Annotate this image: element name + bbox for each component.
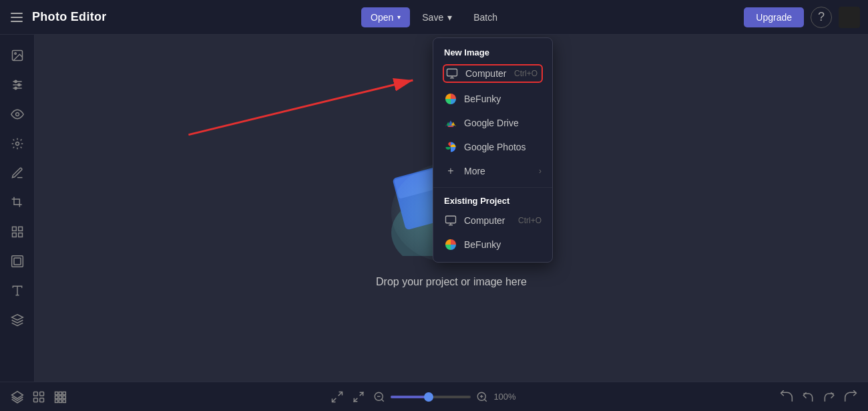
- svg-point-6: [17, 84, 19, 86]
- svg-rect-44: [40, 392, 44, 396]
- zoom-in-icon[interactable]: [476, 391, 488, 403]
- menu-button[interactable]: [8, 10, 25, 25]
- new-image-gdrive-item[interactable]: Google Drive: [433, 111, 552, 135]
- new-image-befunky-item[interactable]: BeFunky: [433, 87, 552, 111]
- svg-rect-50: [55, 396, 58, 398]
- app-title: Photo Editor: [32, 10, 107, 24]
- svg-rect-55: [63, 400, 65, 402]
- grid-icon[interactable]: [53, 390, 67, 404]
- main-area: BR G Drop your project or image here New…: [0, 35, 868, 382]
- zoom-fit-icon[interactable]: [352, 390, 365, 404]
- new-image-more-item[interactable]: + More ›: [433, 159, 552, 183]
- zoom-out-icon[interactable]: [373, 391, 385, 403]
- avatar[interactable]: [839, 7, 860, 28]
- svg-line-14: [13, 140, 14, 141]
- redo-icon[interactable]: [823, 390, 836, 404]
- gphotos-icon: [444, 140, 457, 154]
- canvas-area[interactable]: BR G Drop your project or image here New…: [35, 35, 868, 382]
- save-button[interactable]: Save ▾: [413, 7, 461, 27]
- svg-point-5: [14, 80, 16, 82]
- batch-label: Batch: [473, 12, 497, 23]
- save-label: Save: [422, 12, 443, 23]
- existing-computer-icon: [444, 214, 457, 227]
- svg-line-56: [339, 392, 343, 396]
- sidebar-icon-eye[interactable]: [5, 102, 30, 127]
- svg-line-17: [20, 140, 21, 141]
- bottom-right-tools: [780, 390, 857, 404]
- header-center: Open ▾ Save ▾ Batch: [361, 7, 507, 27]
- sidebar-icon-text[interactable]: [5, 278, 30, 303]
- open-button[interactable]: Open ▾: [361, 7, 410, 27]
- new-image-gphotos-item[interactable]: Google Photos: [433, 135, 552, 159]
- existing-befunky-label: BeFunky: [464, 239, 501, 250]
- svg-rect-23: [14, 258, 21, 265]
- svg-point-8: [15, 113, 19, 116]
- fit-screen-icon[interactable]: [331, 390, 344, 404]
- svg-rect-35: [447, 69, 457, 76]
- help-button[interactable]: ?: [811, 7, 832, 28]
- existing-computer-label: Computer: [464, 215, 505, 226]
- svg-rect-47: [55, 392, 58, 394]
- svg-line-15: [20, 147, 21, 148]
- svg-rect-20: [12, 233, 16, 237]
- batch-button[interactable]: Batch: [464, 7, 507, 27]
- open-dropdown-menu: New Image Computer Ctrl+O BeFunky: [433, 37, 553, 263]
- bottom-center-tools: 100%: [331, 390, 515, 404]
- sidebar-icon-elements[interactable]: [5, 219, 30, 245]
- svg-rect-48: [59, 392, 61, 394]
- bottom-toolbar: 100%: [0, 382, 868, 411]
- svg-line-57: [333, 398, 337, 402]
- sidebar-icon-graphics[interactable]: [5, 307, 30, 333]
- layers-icon[interactable]: [11, 390, 24, 404]
- zoom-slider-thumb[interactable]: [424, 392, 433, 402]
- new-image-computer-shortcut: Ctrl+O: [514, 69, 537, 78]
- svg-rect-21: [18, 233, 22, 237]
- header-right: Upgrade ?: [507, 7, 860, 28]
- open-chevron: ▾: [397, 13, 401, 21]
- svg-point-9: [15, 142, 19, 146]
- zoom-value: 100%: [493, 392, 515, 402]
- upgrade-label: Upgrade: [756, 12, 792, 23]
- svg-rect-43: [34, 392, 38, 396]
- undo-history-icon[interactable]: [780, 390, 793, 404]
- open-label: Open: [371, 12, 393, 23]
- sidebar: [0, 35, 35, 382]
- zoom-slider-track[interactable]: [391, 396, 471, 398]
- history-icon[interactable]: [32, 390, 45, 404]
- save-chevron: ▾: [447, 12, 452, 23]
- new-image-more-label: More: [464, 166, 485, 176]
- existing-project-section-label: Existing Project: [433, 192, 552, 209]
- undo-icon[interactable]: [801, 390, 815, 404]
- new-image-computer-label: Computer: [465, 68, 506, 79]
- sidebar-icon-effects[interactable]: [5, 131, 30, 156]
- existing-befunky-item[interactable]: BeFunky: [433, 233, 552, 257]
- sidebar-icon-adjustments[interactable]: [5, 72, 30, 98]
- header-left: Photo Editor: [8, 10, 361, 25]
- svg-point-7: [14, 87, 16, 89]
- svg-line-64: [485, 399, 487, 401]
- svg-rect-52: [63, 396, 65, 398]
- sidebar-icon-crop[interactable]: [5, 190, 30, 215]
- sidebar-icon-brush[interactable]: [5, 160, 30, 186]
- header: Photo Editor Open ▾ Save ▾ Batch Upgrade…: [0, 0, 868, 35]
- zoom-control: 100%: [373, 391, 515, 403]
- svg-rect-53: [55, 400, 58, 402]
- svg-rect-22: [11, 256, 23, 267]
- svg-rect-45: [34, 398, 38, 402]
- existing-computer-item[interactable]: Computer Ctrl+O: [433, 209, 552, 233]
- computer-icon: [445, 67, 459, 80]
- gdrive-icon: [444, 116, 457, 130]
- more-chevron-right: ›: [539, 166, 541, 176]
- svg-point-1: [14, 53, 15, 55]
- sidebar-icon-image[interactable]: [5, 43, 30, 68]
- redo-history-icon[interactable]: [844, 390, 857, 404]
- bottom-left-tools: [11, 390, 67, 404]
- befunky-icon: [444, 92, 457, 106]
- svg-rect-46: [40, 398, 44, 402]
- new-image-befunky-label: BeFunky: [464, 94, 501, 104]
- svg-rect-19: [18, 227, 22, 231]
- upgrade-button[interactable]: Upgrade: [744, 7, 804, 27]
- sidebar-icon-frames[interactable]: [5, 249, 30, 274]
- new-image-computer-item[interactable]: Computer Ctrl+O: [433, 60, 552, 87]
- new-image-gdrive-label: Google Drive: [464, 118, 519, 128]
